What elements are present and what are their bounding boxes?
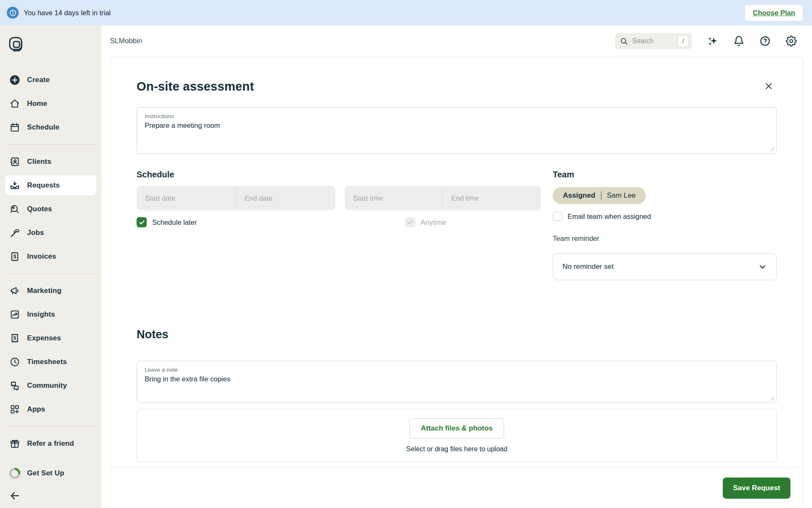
schedule-later-label: Schedule later (152, 218, 197, 226)
sidebar-item-label: Get Set Up (27, 469, 64, 478)
anytime-label: Anytime (421, 218, 446, 226)
close-button[interactable] (760, 77, 777, 94)
start-date-input[interactable] (137, 186, 236, 210)
sidebar-item-schedule[interactable]: Schedule (5, 117, 96, 138)
clients-book-icon (9, 156, 20, 167)
sidebar-divider (5, 144, 96, 145)
help-icon[interactable] (760, 36, 771, 47)
team-section: Team Assigned Sam Lee Email team when as… (553, 169, 777, 281)
end-time-input[interactable] (442, 186, 540, 210)
arrow-left-icon (9, 490, 21, 501)
sidebar-item-label: Timesheets (27, 358, 67, 366)
schedule-heading: Schedule (137, 169, 543, 180)
chevron-down-icon (758, 262, 767, 271)
home-icon (9, 98, 20, 109)
notes-textarea[interactable]: Leave a note Bring in the extra file cop… (137, 361, 777, 403)
sidebar-divider (5, 273, 96, 274)
sidebar-item-label: Clients (27, 157, 51, 166)
search-input[interactable]: Search / (615, 33, 692, 49)
dropzone-hint: Select or drag files here to upload (406, 445, 507, 453)
sidebar-item-home[interactable]: Home (5, 94, 96, 114)
trial-banner: You have 14 days left in trial Choose Pl… (0, 0, 812, 25)
start-time-input[interactable] (345, 186, 442, 210)
sidebar-item-timesheets[interactable]: Timesheets (5, 352, 96, 372)
sidebar-item-expenses[interactable]: $Expenses (5, 328, 96, 348)
sidebar-item-label: Expenses (27, 334, 61, 342)
clock-icon (9, 356, 20, 367)
instructions-label: Instructions (145, 113, 769, 119)
email-team-checkbox[interactable] (553, 212, 562, 221)
collapse-sidebar-button[interactable] (5, 487, 25, 505)
search-placeholder: Search (632, 37, 678, 45)
team-reminder-value: No reminder set (562, 262, 758, 271)
schedule-later-checkbox[interactable] (137, 217, 147, 227)
date-range-group (137, 186, 335, 210)
save-request-button[interactable]: Save Request (723, 478, 790, 499)
megaphone-icon (9, 285, 20, 296)
instructions-textarea[interactable]: Instructions Prepare a meeting room (137, 107, 777, 154)
apps-grid-icon (9, 404, 20, 415)
resize-grip-icon[interactable] (770, 147, 775, 152)
sidebar-item-clients[interactable]: Clients (5, 152, 96, 172)
ai-assistant-icon[interactable] (707, 36, 718, 47)
sidebar-item-getsetup[interactable]: Get Set Up (5, 463, 96, 483)
sidebar-item-marketing[interactable]: Marketing (5, 281, 96, 301)
end-date-input[interactable] (236, 186, 335, 210)
sidebar-item-insights[interactable]: Insights (5, 304, 96, 325)
choose-plan-button[interactable]: Choose Plan (745, 5, 803, 21)
receipt-icon: $ (9, 333, 20, 344)
sidebar-item-label: Marketing (27, 287, 61, 295)
sidebar-item-label: Home (27, 99, 47, 108)
team-heading: Team (553, 169, 777, 180)
sidebar-item-label: Quotes (27, 205, 52, 213)
sidebar-item-create[interactable]: Create (5, 70, 96, 90)
settings-gear-icon[interactable] (786, 36, 797, 47)
team-reminder-label: Team reminder (553, 235, 777, 243)
sidebar-item-quotes[interactable]: Quotes (5, 199, 96, 219)
sidebar-item-invoices[interactable]: $Invoices (5, 246, 96, 267)
time-range-group (345, 186, 541, 210)
anytime-checkbox (405, 217, 415, 227)
insights-chart-icon (9, 309, 20, 320)
schedule-section: Schedule (137, 169, 543, 281)
attach-files-button[interactable]: Attach files & photos (409, 418, 504, 439)
sidebar-item-label: Insights (27, 310, 55, 319)
gift-icon (9, 438, 20, 449)
file-dropzone[interactable]: Attach files & photos Select or drag fil… (137, 409, 777, 462)
sidebar-item-community[interactable]: Community (5, 375, 96, 396)
sidebar-nav: CreateHomeScheduleClientsRequestsQuotesJ… (5, 70, 96, 487)
app-logo[interactable] (8, 36, 25, 52)
sidebar-item-refer[interactable]: Refer a friend (5, 433, 96, 454)
sidebar-item-label: Refer a friend (27, 439, 74, 448)
topbar: SLMobbin Search / (102, 25, 812, 57)
svg-text:$: $ (14, 335, 16, 340)
chat-bubbles-icon (9, 380, 20, 391)
page-title: On-site assessment (137, 77, 254, 95)
sidebar: CreateHomeScheduleClientsRequestsQuotesJ… (0, 25, 102, 508)
search-icon (620, 37, 628, 45)
sidebar-item-label: Schedule (27, 123, 59, 132)
sidebar-item-label: Create (27, 76, 50, 84)
requests-inbox-icon (9, 180, 20, 191)
create-plus-icon (9, 75, 20, 86)
form-footer: Save Request (110, 467, 803, 508)
sidebar-item-apps[interactable]: Apps (5, 399, 96, 420)
sidebar-divider (5, 426, 96, 427)
notes-heading: Notes (137, 327, 777, 342)
notifications-bell-icon[interactable] (733, 36, 744, 47)
search-shortcut-key: / (678, 35, 689, 47)
trial-message: You have 14 days left in trial (24, 9, 111, 17)
email-team-label: Email team when assigned (568, 213, 651, 221)
info-circle-icon (7, 7, 19, 19)
pill-divider (601, 191, 602, 200)
sidebar-item-jobs[interactable]: Jobs (5, 223, 96, 243)
quotes-tag-icon (9, 204, 20, 215)
calendar-icon (9, 122, 20, 133)
assigned-team-pill[interactable]: Assigned Sam Lee (553, 187, 646, 204)
sidebar-item-requests[interactable]: Requests (5, 175, 96, 196)
notes-label: Leave a note (145, 367, 769, 373)
sidebar-item-label: Apps (27, 405, 45, 414)
resize-grip-icon[interactable] (770, 396, 775, 401)
assignee-name: Sam Lee (607, 191, 636, 200)
team-reminder-select[interactable]: No reminder set (553, 253, 777, 280)
